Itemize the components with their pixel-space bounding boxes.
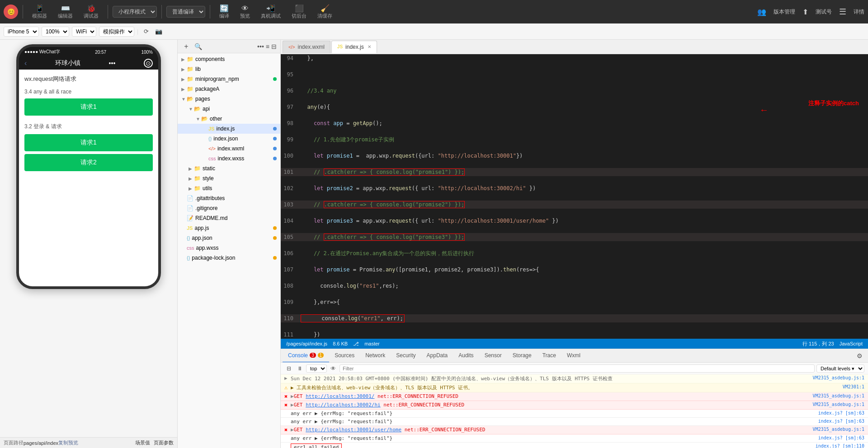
console-default-levels[interactable]: Default levels ▾	[816, 364, 864, 373]
preview-bottom-btn[interactable]: 预览	[68, 439, 78, 446]
section1-btn1[interactable]: 请求1	[24, 98, 153, 116]
tree-item-index-wxss[interactable]: css index.wxss	[178, 154, 280, 163]
tree-item-gitattributes[interactable]: 📄 .gitattributes	[178, 193, 280, 203]
compile-select[interactable]: 普通编译	[166, 6, 205, 18]
network-select[interactable]: WiFi	[72, 27, 96, 37]
tab-network[interactable]: Network	[360, 349, 391, 363]
code-line-95: 95	[281, 70, 868, 79]
tab-index-wxml[interactable]: </> index.wxml	[283, 41, 330, 53]
operation-select[interactable]: 模拟操作	[99, 27, 134, 37]
scale-select[interactable]: 100%	[42, 27, 69, 37]
add-file-btn[interactable]: +	[181, 42, 191, 51]
device-bar: iPhone 5 100% WiFi 模拟操作 | ⟳ 📷	[0, 23, 868, 40]
tree-item-package-lock[interactable]: {} package-lock.json	[178, 253, 280, 263]
json-file-icon: {}	[187, 235, 190, 241]
copy-btn[interactable]: 复制	[58, 439, 68, 446]
screenshot-btn[interactable]: 📷	[154, 27, 164, 37]
device-select[interactable]: iPhone 5	[4, 27, 39, 37]
tree-item-gitignore[interactable]: 📄 .gitignore	[178, 203, 280, 213]
debugger-btn[interactable]: 🐞 调试器	[79, 2, 103, 21]
tab-storage[interactable]: Storage	[507, 349, 537, 363]
section2-btn2[interactable]: 请求2	[24, 154, 153, 171]
tree-item-packagea[interactable]: ▶ 📁 packageA	[178, 84, 280, 94]
nav-dots[interactable]: •••	[109, 60, 116, 67]
console-source[interactable]: index.js? [sm]:110	[816, 443, 864, 448]
console-source[interactable]: index.js? [sm]:63	[818, 411, 864, 415]
compile-btn[interactable]: 🔄 编译	[215, 2, 234, 21]
cut-backend-btn[interactable]: ⬛ 切后台	[287, 2, 311, 21]
tab-security[interactable]: Security	[391, 349, 421, 363]
editor-btn[interactable]: ⌨️ 编辑器	[53, 2, 77, 21]
expand-icon[interactable]: ▶	[284, 375, 291, 381]
avatar[interactable]: 😊	[4, 5, 18, 19]
code-editor[interactable]: 注释子实例的catch ← 94 }, 95 96 //3.4 any 97 a…	[281, 54, 868, 339]
detail-btn[interactable]: 详情	[854, 8, 864, 16]
preview-btn[interactable]: 👁 预览	[236, 3, 255, 21]
simulator-btn[interactable]: 📱 模拟器	[28, 2, 52, 21]
real-device-btn[interactable]: 📲 真机调试	[256, 2, 285, 21]
more-options-btn[interactable]: •••	[257, 43, 264, 50]
badge-blue	[273, 147, 277, 150]
compile-label: 编译	[219, 13, 229, 19]
tree-item-pages[interactable]: ▼ 📂 pages	[178, 94, 280, 104]
upload-icon[interactable]: ⬆	[802, 8, 808, 16]
error-count-badge: 3	[310, 353, 316, 358]
test-num-btn[interactable]: 测试号	[816, 8, 832, 16]
console-pause-btn[interactable]: ⏸	[295, 364, 304, 373]
tree-item-label: miniprogram_npm	[195, 76, 239, 82]
folder-icon: 📁	[194, 185, 201, 191]
console-source[interactable]: VM2315_asdebug.js:1	[813, 402, 864, 407]
tree-item-index-wxml[interactable]: </> index.wxml	[178, 144, 280, 154]
tree-item-components[interactable]: ▶ 📁 components	[178, 54, 280, 64]
console-filter-input[interactable]	[340, 364, 815, 373]
menu-icon[interactable]: ☰	[839, 7, 846, 17]
tree-item-label: packageA	[195, 86, 219, 92]
console-source[interactable]: index.js? [sm]:63	[818, 419, 864, 424]
tree-item-lib[interactable]: ▶ 📁 lib	[178, 64, 280, 74]
tree-item-app-json[interactable]: {} app.json	[178, 233, 280, 243]
collapse-btn[interactable]: ⊟	[271, 43, 277, 50]
tab-sensor[interactable]: Sensor	[479, 349, 507, 363]
console-settings-btn[interactable]: ⚙	[853, 350, 866, 361]
tree-item-utils[interactable]: ▶ 📁 utils	[178, 183, 280, 193]
tree-item-index-json[interactable]: {} index.json	[178, 134, 280, 144]
nav-circle[interactable]: ⊙	[144, 59, 153, 68]
console-source[interactable]: VM2315_asdebug.js:1	[813, 393, 864, 398]
tree-item-label: index.json	[213, 135, 238, 142]
scene-btn[interactable]: 场景值	[135, 439, 150, 446]
tab-index-js[interactable]: JS index.js ✕	[331, 41, 377, 53]
section2-btn1[interactable]: 请求1	[24, 134, 153, 151]
tree-item-miniprogram-npm[interactable]: ▶ 📁 miniprogram_npm	[178, 74, 280, 84]
console-eye-btn[interactable]: 👁	[329, 364, 338, 373]
tree-item-app-wxss[interactable]: css app.wxss	[178, 243, 280, 253]
close-tab-btn[interactable]: ✕	[368, 44, 371, 49]
tree-item-style[interactable]: ▶ 📁 style	[178, 173, 280, 183]
tab-trace[interactable]: Trace	[537, 349, 561, 363]
tree-item-api[interactable]: ▼ 📂 api	[178, 104, 280, 114]
console-level-select[interactable]: top	[306, 364, 327, 373]
search-file-btn[interactable]: 🔍	[193, 42, 203, 51]
tree-item-app-js[interactable]: JS app.js	[178, 223, 280, 233]
status-lang: JavaScript	[840, 341, 863, 346]
console-source[interactable]: VM2315_asdebug.js:1	[813, 375, 864, 380]
tab-wxml[interactable]: Wxml	[561, 349, 586, 363]
tree-item-other[interactable]: ▼ 📂 other	[178, 114, 280, 124]
tree-item-static[interactable]: ▶ 📁 static	[178, 163, 280, 173]
console-source[interactable]: index.js? [sm]:63	[818, 435, 864, 440]
tab-appdata[interactable]: AppData	[421, 349, 453, 363]
tab-audits[interactable]: Audits	[453, 349, 479, 363]
mode-select[interactable]: 小程序模式	[113, 6, 157, 18]
tree-item-index-js[interactable]: JS index.js	[178, 124, 280, 134]
rotate-btn[interactable]: ⟳	[141, 27, 151, 37]
clear-btn[interactable]: 🧹 清缓存	[313, 2, 337, 21]
console-source[interactable]: VM2315_asdebug.js:1	[813, 427, 864, 432]
tab-sources[interactable]: Sources	[329, 349, 360, 363]
tab-console[interactable]: Console 3 1	[283, 349, 329, 363]
sort-btn[interactable]: ≡	[266, 43, 269, 50]
console-source[interactable]: VM2301:1	[843, 384, 864, 389]
page-params-btn[interactable]: 页面参数	[154, 439, 174, 446]
back-btn[interactable]: ‹	[24, 59, 27, 67]
tree-item-readme[interactable]: 📝 README.md	[178, 213, 280, 223]
console-filter-btn[interactable]: ⊟	[284, 364, 293, 373]
version-manage-btn[interactable]: 版本管理	[774, 8, 795, 16]
